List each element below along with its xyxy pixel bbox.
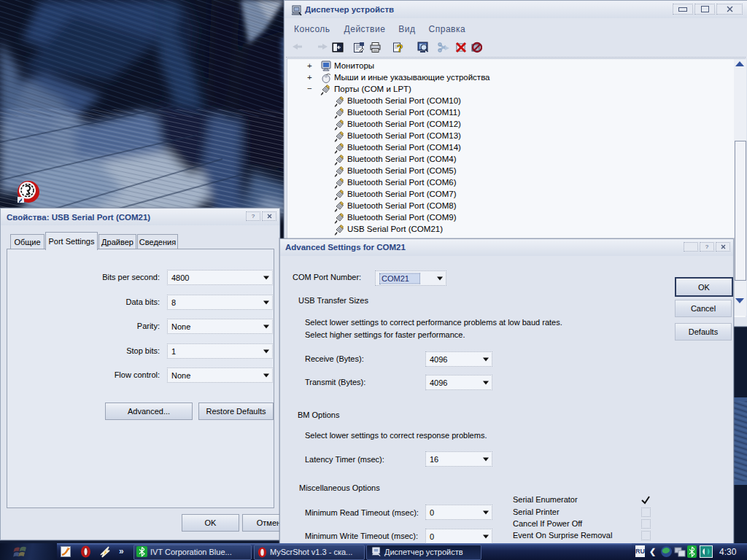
svg-text:?: ? bbox=[397, 42, 403, 54]
